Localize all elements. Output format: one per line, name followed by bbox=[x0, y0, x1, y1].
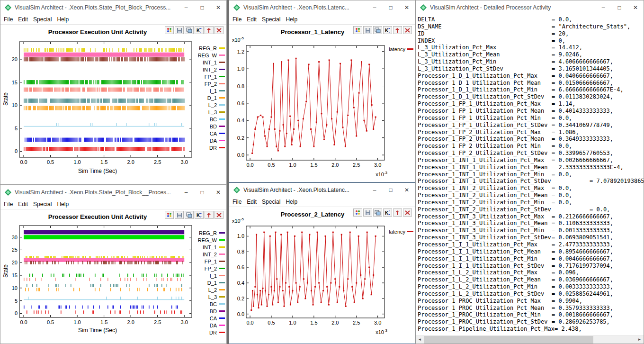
save-plot-button[interactable] bbox=[175, 26, 184, 34]
minimize-button[interactable]: – bbox=[178, 185, 194, 199]
legend-item-da: DA bbox=[192, 137, 225, 144]
scroll-thumb[interactable] bbox=[424, 336, 593, 344]
menu-item-special[interactable]: Special bbox=[33, 16, 52, 23]
legend-label: L_2 bbox=[208, 287, 217, 293]
menu-item-edit[interactable]: Edit bbox=[18, 201, 28, 208]
maximize-button[interactable]: □ bbox=[611, 0, 627, 15]
save-plot-button[interactable] bbox=[175, 211, 184, 219]
zoom-fit-button[interactable]: K bbox=[383, 208, 392, 217]
menu-item-help[interactable]: Help bbox=[57, 16, 69, 23]
menu-item-edit[interactable]: Edit bbox=[247, 199, 257, 205]
menu-item-special[interactable]: Special bbox=[33, 201, 52, 208]
plot-toolbar: K bbox=[353, 208, 412, 217]
state-plot-canvas[interactable]: 0510152025300.00.51.01.52.02.53.0 bbox=[0, 223, 195, 326]
zoom-in-button[interactable] bbox=[393, 26, 402, 34]
legend-item-fp_2: FP_2 bbox=[192, 265, 225, 272]
minimize-button[interactable]: – bbox=[367, 0, 383, 15]
reset-axes-button[interactable] bbox=[403, 208, 412, 217]
legend-color-mark bbox=[219, 268, 225, 269]
window-title: VisualSim Architect - .Xeon.Plots.Latenc… bbox=[243, 4, 367, 11]
zoom-in-button[interactable] bbox=[205, 211, 214, 219]
titlebar[interactable]: VisualSim Architect - .Xeon.Plots.State_… bbox=[0, 0, 226, 15]
menu-item-special[interactable]: Special bbox=[262, 199, 280, 205]
color-palette-button[interactable] bbox=[165, 26, 174, 34]
legend-color-mark bbox=[407, 231, 413, 232]
svg-text:1.5: 1.5 bbox=[100, 159, 107, 165]
horizontal-scrollbar[interactable]: ◄ ► bbox=[416, 335, 644, 344]
state-plot-canvas[interactable]: 051015200.00.51.01.52.02.53.0 bbox=[0, 38, 195, 166]
x-axis-label: Sim Time (Sec) bbox=[0, 168, 195, 174]
maximize-button[interactable]: □ bbox=[194, 185, 210, 199]
window-title: VisualSim Architect - Detailed Processor… bbox=[430, 4, 595, 11]
minimize-button[interactable]: – bbox=[595, 0, 611, 15]
legend-label: latency bbox=[389, 229, 405, 235]
reset-axes-button[interactable] bbox=[215, 26, 224, 34]
scroll-left-arrow[interactable]: ◄ bbox=[416, 336, 424, 344]
legend-label: INT_1 bbox=[203, 244, 217, 250]
legend-item-latency: latency bbox=[384, 228, 413, 235]
close-button[interactable]: ✕ bbox=[627, 0, 644, 15]
export-window-button[interactable] bbox=[185, 26, 194, 34]
minimize-button[interactable]: – bbox=[367, 183, 383, 197]
legend-color-mark bbox=[219, 62, 225, 63]
legend-label: BD bbox=[210, 308, 217, 314]
titlebar[interactable]: VisualSim Architect - .Xeon.Plots.State_… bbox=[0, 185, 226, 199]
legend-item-i_1: I_1 bbox=[192, 272, 225, 279]
zoom-fit-button[interactable]: K bbox=[195, 211, 204, 219]
svg-text:1.5: 1.5 bbox=[310, 320, 317, 326]
x-scale-label: x10-3 bbox=[366, 328, 387, 335]
menu-item-special[interactable]: Special bbox=[262, 16, 280, 23]
zoom-in-button[interactable] bbox=[205, 26, 214, 34]
menu-item-edit[interactable]: Edit bbox=[18, 16, 28, 23]
zoom-in-button[interactable] bbox=[393, 208, 402, 217]
save-plot-button[interactable] bbox=[363, 26, 372, 34]
scroll-track[interactable] bbox=[593, 336, 635, 344]
maximize-button[interactable]: □ bbox=[194, 0, 210, 15]
close-button[interactable]: ✕ bbox=[210, 185, 226, 199]
titlebar[interactable]: VisualSim Architect - .Xeon.Plots.Latenc… bbox=[229, 183, 415, 197]
scroll-right-arrow[interactable]: ► bbox=[635, 336, 644, 344]
latency-plot-canvas[interactable]: 0.00.20.40.60.81.00.00.51.01.52.02.53.0 bbox=[229, 223, 390, 327]
menu-item-help[interactable]: Help bbox=[286, 16, 297, 23]
menu-item-file[interactable]: File bbox=[233, 16, 242, 23]
menu-item-help[interactable]: Help bbox=[286, 199, 297, 205]
plot-toolbar: K bbox=[165, 26, 224, 34]
close-button[interactable]: ✕ bbox=[399, 0, 415, 15]
stats-line: Processor_1_PROC_Utilization_Pct_Max= 0.… bbox=[418, 298, 644, 305]
svg-text:1.5: 1.5 bbox=[100, 319, 107, 325]
export-window-button[interactable] bbox=[373, 208, 382, 217]
titlebar[interactable]: VisualSim Architect - Detailed Processor… bbox=[416, 0, 644, 15]
export-window-button[interactable] bbox=[185, 211, 194, 219]
color-palette-button[interactable] bbox=[165, 211, 174, 219]
close-button[interactable]: ✕ bbox=[399, 183, 415, 197]
legend-item-int_2: INT_2 bbox=[192, 66, 225, 73]
stats-line: Processor_1_D_1_Utilization_Pct_Min= 6.6… bbox=[418, 86, 644, 93]
legend-color-mark bbox=[219, 97, 225, 99]
menu-item-file[interactable]: File bbox=[4, 201, 13, 208]
svg-text:0.0: 0.0 bbox=[246, 320, 253, 326]
maximize-button[interactable]: □ bbox=[383, 183, 399, 197]
reset-axes-button[interactable] bbox=[403, 26, 412, 34]
titlebar[interactable]: VisualSim Architect - .Xeon.Plots.Latenc… bbox=[229, 0, 415, 15]
latency-plot-canvas[interactable]: 0.00.20.40.60.81.01.20.00.51.01.52.02.53… bbox=[229, 43, 390, 169]
color-palette-button[interactable] bbox=[353, 208, 362, 217]
export-window-button[interactable] bbox=[373, 26, 382, 34]
stats-line: DELTA= 0.0, bbox=[418, 16, 644, 23]
color-palette-button[interactable] bbox=[353, 26, 362, 34]
maximize-button[interactable]: □ bbox=[383, 0, 399, 15]
reset-axes-button[interactable] bbox=[215, 211, 224, 219]
save-plot-button[interactable] bbox=[363, 208, 372, 217]
menu-item-file[interactable]: File bbox=[233, 199, 242, 205]
zoom-fit-button[interactable]: K bbox=[383, 26, 392, 34]
stats-line: Processor_1_INT_2_Utilization_Pct_StDev=… bbox=[418, 206, 644, 213]
close-button[interactable]: ✕ bbox=[210, 0, 226, 15]
menu-item-file[interactable]: File bbox=[4, 16, 13, 23]
minimize-button[interactable]: – bbox=[178, 0, 194, 15]
zoom-fit-button[interactable]: K bbox=[195, 26, 204, 34]
menu-item-edit[interactable]: Edit bbox=[247, 16, 257, 23]
menu-item-help[interactable]: Help bbox=[57, 201, 69, 208]
legend-color-mark bbox=[219, 239, 225, 241]
window-latency-plot-2: VisualSim Architect - .Xeon.Plots.Latenc… bbox=[229, 182, 415, 344]
legend-color-mark bbox=[219, 104, 225, 106]
stats-line: Processor_1_D_1_Utilization_Pct_Mean= 0.… bbox=[418, 80, 644, 87]
